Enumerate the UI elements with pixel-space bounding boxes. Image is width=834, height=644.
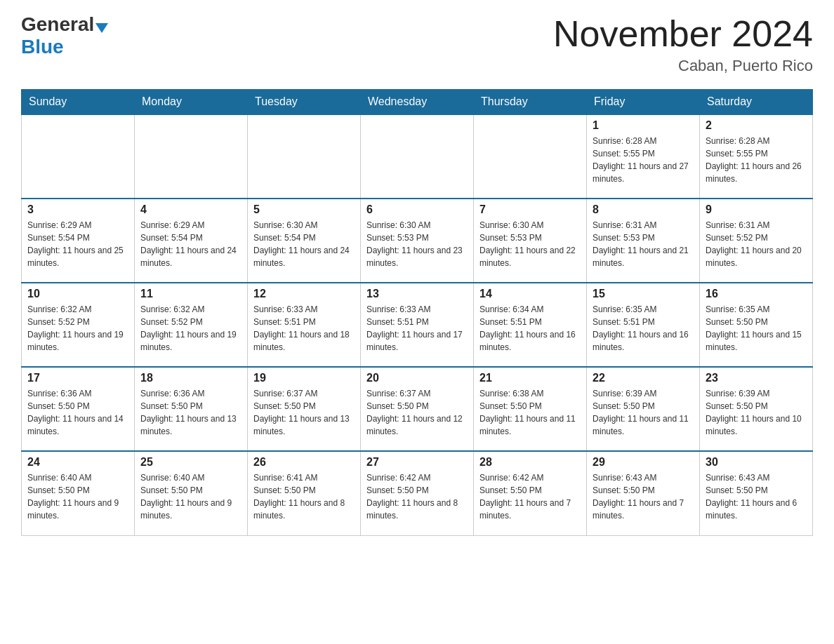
calendar-cell — [361, 114, 474, 199]
logo: General Blue — [21, 14, 108, 58]
day-number: 19 — [253, 372, 355, 384]
weekday-header-monday: Monday — [135, 90, 248, 115]
day-number: 12 — [253, 288, 355, 300]
day-info: Sunrise: 6:30 AM Sunset: 5:53 PM Dayligh… — [366, 219, 468, 269]
day-number: 9 — [706, 203, 807, 216]
day-number: 10 — [27, 288, 128, 300]
day-info: Sunrise: 6:31 AM Sunset: 5:52 PM Dayligh… — [706, 219, 807, 269]
day-info: Sunrise: 6:37 AM Sunset: 5:50 PM Dayligh… — [366, 387, 468, 438]
day-info: Sunrise: 6:34 AM Sunset: 5:51 PM Dayligh… — [479, 303, 581, 354]
day-number: 29 — [593, 456, 694, 469]
day-info: Sunrise: 6:30 AM Sunset: 5:54 PM Dayligh… — [253, 219, 355, 269]
week-row-1: 1Sunrise: 6:28 AM Sunset: 5:55 PM Daylig… — [22, 114, 813, 199]
weekday-header-sunday: Sunday — [22, 90, 135, 115]
day-number: 16 — [706, 288, 807, 300]
day-number: 2 — [706, 119, 807, 132]
calendar-cell — [248, 114, 361, 199]
calendar-cell: 1Sunrise: 6:28 AM Sunset: 5:55 PM Daylig… — [587, 114, 700, 199]
day-info: Sunrise: 6:32 AM Sunset: 5:52 PM Dayligh… — [27, 303, 128, 354]
calendar-cell: 19Sunrise: 6:37 AM Sunset: 5:50 PM Dayli… — [248, 367, 361, 451]
day-info: Sunrise: 6:41 AM Sunset: 5:50 PM Dayligh… — [253, 471, 355, 522]
day-number: 23 — [706, 372, 807, 384]
calendar-cell: 2Sunrise: 6:28 AM Sunset: 5:55 PM Daylig… — [700, 114, 813, 199]
page-title: November 2024 — [553, 14, 813, 54]
day-info: Sunrise: 6:35 AM Sunset: 5:50 PM Dayligh… — [706, 303, 807, 354]
day-info: Sunrise: 6:37 AM Sunset: 5:50 PM Dayligh… — [253, 387, 355, 438]
calendar-cell: 21Sunrise: 6:38 AM Sunset: 5:50 PM Dayli… — [474, 367, 587, 451]
weekday-header-friday: Friday — [587, 90, 700, 115]
weekday-header-tuesday: Tuesday — [248, 90, 361, 115]
calendar-cell: 16Sunrise: 6:35 AM Sunset: 5:50 PM Dayli… — [700, 283, 813, 367]
weekday-header-row: SundayMondayTuesdayWednesdayThursdayFrid… — [22, 90, 813, 115]
day-number: 21 — [479, 372, 581, 384]
week-row-4: 17Sunrise: 6:36 AM Sunset: 5:50 PM Dayli… — [22, 367, 813, 451]
logo-blue-text: Blue — [21, 36, 64, 58]
calendar-cell: 22Sunrise: 6:39 AM Sunset: 5:50 PM Dayli… — [587, 367, 700, 451]
calendar-cell: 6Sunrise: 6:30 AM Sunset: 5:53 PM Daylig… — [361, 199, 474, 283]
day-number: 26 — [253, 456, 355, 469]
day-info: Sunrise: 6:39 AM Sunset: 5:50 PM Dayligh… — [706, 387, 807, 438]
day-number: 25 — [140, 456, 241, 469]
calendar-cell: 4Sunrise: 6:29 AM Sunset: 5:54 PM Daylig… — [135, 199, 248, 283]
day-number: 5 — [253, 203, 355, 216]
day-info: Sunrise: 6:43 AM Sunset: 5:50 PM Dayligh… — [593, 471, 694, 522]
calendar-cell: 9Sunrise: 6:31 AM Sunset: 5:52 PM Daylig… — [700, 199, 813, 283]
page-subtitle: Caban, Puerto Rico — [553, 57, 813, 75]
weekday-header-thursday: Thursday — [474, 90, 587, 115]
calendar-cell: 30Sunrise: 6:43 AM Sunset: 5:50 PM Dayli… — [700, 451, 813, 535]
day-number: 11 — [140, 288, 241, 300]
calendar-cell: 25Sunrise: 6:40 AM Sunset: 5:50 PM Dayli… — [135, 451, 248, 535]
day-info: Sunrise: 6:29 AM Sunset: 5:54 PM Dayligh… — [140, 219, 241, 269]
day-info: Sunrise: 6:30 AM Sunset: 5:53 PM Dayligh… — [479, 219, 581, 269]
calendar-cell: 5Sunrise: 6:30 AM Sunset: 5:54 PM Daylig… — [248, 199, 361, 283]
day-number: 1 — [593, 119, 694, 132]
day-number: 8 — [593, 203, 694, 216]
calendar-cell: 28Sunrise: 6:42 AM Sunset: 5:50 PM Dayli… — [474, 451, 587, 535]
day-info: Sunrise: 6:33 AM Sunset: 5:51 PM Dayligh… — [253, 303, 355, 354]
calendar-cell: 14Sunrise: 6:34 AM Sunset: 5:51 PM Dayli… — [474, 283, 587, 367]
day-info: Sunrise: 6:38 AM Sunset: 5:50 PM Dayligh… — [479, 387, 581, 438]
weekday-header-wednesday: Wednesday — [361, 90, 474, 115]
week-row-5: 24Sunrise: 6:40 AM Sunset: 5:50 PM Dayli… — [22, 451, 813, 535]
logo-general-text: General — [21, 13, 94, 35]
day-info: Sunrise: 6:36 AM Sunset: 5:50 PM Dayligh… — [27, 387, 128, 438]
calendar-cell: 29Sunrise: 6:43 AM Sunset: 5:50 PM Dayli… — [587, 451, 700, 535]
day-info: Sunrise: 6:36 AM Sunset: 5:50 PM Dayligh… — [140, 387, 241, 438]
day-number: 28 — [479, 456, 581, 469]
calendar-cell: 8Sunrise: 6:31 AM Sunset: 5:53 PM Daylig… — [587, 199, 700, 283]
day-info: Sunrise: 6:40 AM Sunset: 5:50 PM Dayligh… — [140, 471, 241, 522]
calendar-cell: 3Sunrise: 6:29 AM Sunset: 5:54 PM Daylig… — [22, 199, 135, 283]
day-number: 3 — [27, 203, 128, 216]
calendar-cell: 12Sunrise: 6:33 AM Sunset: 5:51 PM Dayli… — [248, 283, 361, 367]
day-info: Sunrise: 6:39 AM Sunset: 5:50 PM Dayligh… — [593, 387, 694, 438]
calendar-cell: 18Sunrise: 6:36 AM Sunset: 5:50 PM Dayli… — [135, 367, 248, 451]
calendar-cell — [22, 114, 135, 199]
calendar-cell: 15Sunrise: 6:35 AM Sunset: 5:51 PM Dayli… — [587, 283, 700, 367]
day-number: 22 — [593, 372, 694, 384]
calendar-cell: 17Sunrise: 6:36 AM Sunset: 5:50 PM Dayli… — [22, 367, 135, 451]
calendar-cell: 7Sunrise: 6:30 AM Sunset: 5:53 PM Daylig… — [474, 199, 587, 283]
day-number: 7 — [479, 203, 581, 216]
day-info: Sunrise: 6:43 AM Sunset: 5:50 PM Dayligh… — [706, 471, 807, 522]
day-number: 14 — [479, 288, 581, 300]
day-info: Sunrise: 6:31 AM Sunset: 5:53 PM Dayligh… — [593, 219, 694, 269]
header: General Blue November 2024 Caban, Puerto… — [21, 14, 813, 75]
day-number: 24 — [27, 456, 128, 469]
day-number: 30 — [706, 456, 807, 469]
day-number: 20 — [366, 372, 468, 384]
title-area: November 2024 Caban, Puerto Rico — [553, 14, 813, 75]
calendar-cell — [135, 114, 248, 199]
day-number: 13 — [366, 288, 468, 300]
day-info: Sunrise: 6:40 AM Sunset: 5:50 PM Dayligh… — [27, 471, 128, 522]
calendar-cell: 27Sunrise: 6:42 AM Sunset: 5:50 PM Dayli… — [361, 451, 474, 535]
calendar-cell: 23Sunrise: 6:39 AM Sunset: 5:50 PM Dayli… — [700, 367, 813, 451]
day-info: Sunrise: 6:32 AM Sunset: 5:52 PM Dayligh… — [140, 303, 241, 354]
day-number: 18 — [140, 372, 241, 384]
day-info: Sunrise: 6:35 AM Sunset: 5:51 PM Dayligh… — [593, 303, 694, 354]
calendar-cell — [474, 114, 587, 199]
week-row-2: 3Sunrise: 6:29 AM Sunset: 5:54 PM Daylig… — [22, 199, 813, 283]
logo-top-line: General — [21, 14, 108, 36]
day-number: 17 — [27, 372, 128, 384]
logo-triangle-icon — [95, 23, 108, 33]
day-info: Sunrise: 6:33 AM Sunset: 5:51 PM Dayligh… — [366, 303, 468, 354]
